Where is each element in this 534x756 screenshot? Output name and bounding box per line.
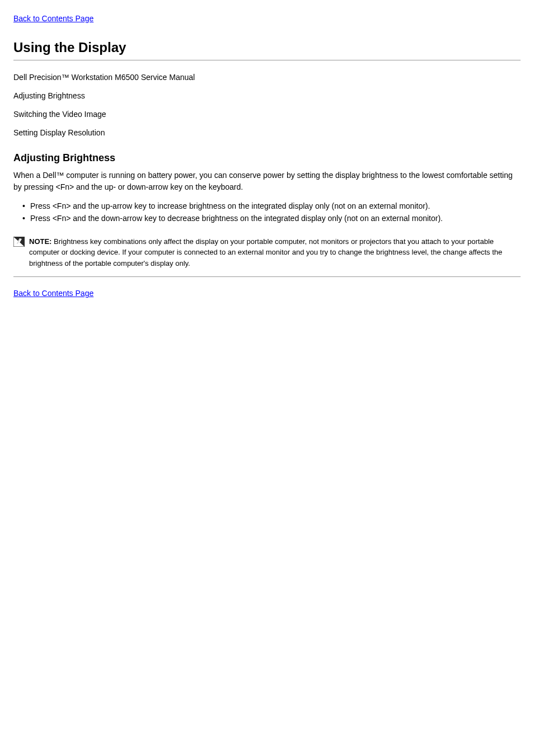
divider [13, 276, 521, 277]
divider [13, 60, 521, 60]
note-text: NOTE: Brightness key combinations only a… [29, 236, 521, 269]
subheading-brightness: Adjusting Brightness [13, 152, 521, 164]
brightness-list: Press <Fn> and the up-arrow key to incre… [13, 200, 521, 225]
note-block: NOTE: Brightness key combinations only a… [13, 236, 521, 269]
note-body: Brightness key combinations only affect … [29, 237, 502, 267]
topic-1: Adjusting Brightness [13, 90, 521, 102]
back-link-bottom[interactable]: Back to Contents Page [13, 289, 93, 298]
topic-3: Setting Display Resolution [13, 127, 521, 139]
list-item: Press <Fn> and the down-arrow key to dec… [22, 212, 521, 224]
back-link-top[interactable]: Back to Contents Page [13, 14, 93, 23]
manual-title-line: Dell Precision™ Workstation M6500 Servic… [13, 72, 521, 83]
note-label: NOTE: [29, 237, 51, 246]
note-icon [13, 237, 25, 247]
brightness-paragraph: When a Dell™ computer is running on batt… [13, 170, 521, 193]
topic-2: Switching the Video Image [13, 109, 521, 120]
list-item: Press <Fn> and the up-arrow key to incre… [22, 200, 521, 212]
page-title: Using the Display [13, 40, 521, 55]
